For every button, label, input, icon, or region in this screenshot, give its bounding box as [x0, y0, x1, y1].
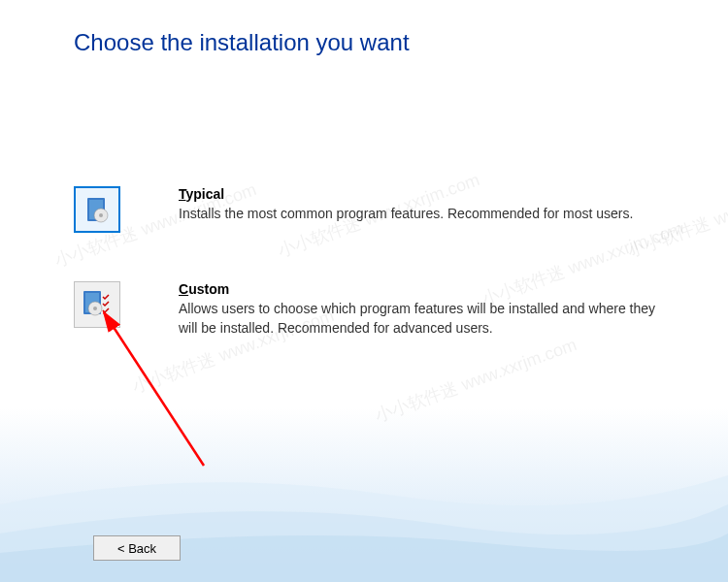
typical-title: Typical — [179, 186, 676, 202]
svg-point-7 — [93, 307, 97, 310]
option-typical[interactable]: Typical Installs the most common program… — [74, 186, 676, 233]
svg-point-3 — [99, 213, 103, 217]
custom-text: Custom Allows users to choose which prog… — [179, 281, 676, 338]
background-wave — [0, 446, 728, 582]
typical-text: Typical Installs the most common program… — [179, 186, 676, 224]
typical-install-icon — [74, 186, 120, 233]
back-button[interactable]: < Back — [93, 535, 181, 561]
installation-options: Typical Installs the most common program… — [74, 186, 676, 386]
custom-description: Allows users to choose which program fea… — [179, 300, 676, 338]
custom-install-icon — [74, 281, 120, 328]
option-custom[interactable]: Custom Allows users to choose which prog… — [74, 281, 676, 338]
page-title: Choose the installation you want — [74, 29, 410, 56]
typical-description: Installs the most common program feature… — [179, 205, 676, 224]
custom-title: Custom — [179, 281, 676, 297]
